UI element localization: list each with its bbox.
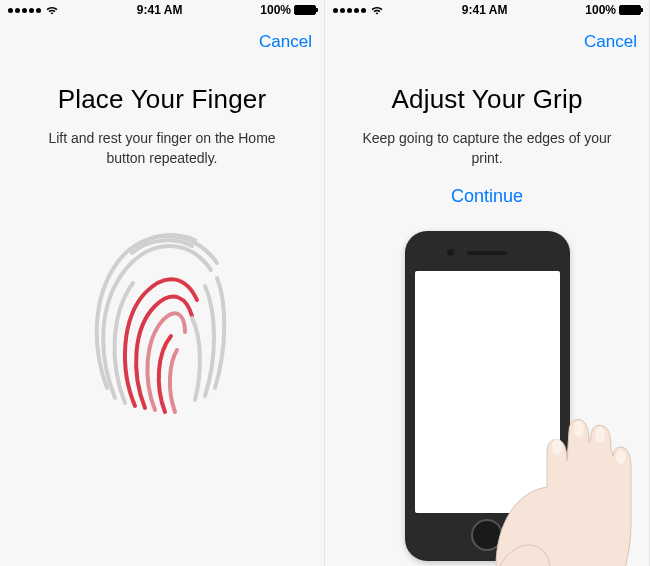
battery-percent: 100%	[260, 3, 291, 17]
status-bar: 9:41 AM 100%	[325, 0, 649, 20]
signal-strength-icon	[333, 8, 366, 13]
page-title: Adjust Your Grip	[345, 84, 629, 115]
signal-strength-icon	[8, 8, 41, 13]
status-right: 100%	[260, 3, 316, 17]
status-bar: 9:41 AM 100%	[0, 0, 324, 20]
continue-button[interactable]: Continue	[451, 186, 523, 207]
iphone-body	[405, 231, 570, 561]
cancel-button[interactable]: Cancel	[584, 32, 637, 52]
svg-point-3	[616, 450, 626, 464]
wifi-icon	[370, 3, 384, 18]
page-subtitle: Lift and rest your finger on the Home bu…	[20, 129, 304, 168]
touchid-setup-step2: 9:41 AM 100% Cancel Adjust Your Grip Kee…	[325, 0, 650, 566]
status-time: 9:41 AM	[137, 3, 183, 17]
battery-icon	[294, 5, 316, 15]
battery-percent: 100%	[585, 3, 616, 17]
wifi-icon	[45, 3, 59, 18]
nav-bar: Cancel	[325, 20, 649, 64]
touchid-setup-step1: 9:41 AM 100% Cancel Place Your Finger Li…	[0, 0, 325, 566]
iphone-screen	[415, 271, 560, 513]
cancel-button[interactable]: Cancel	[259, 32, 312, 52]
iphone-home-button-icon	[471, 519, 503, 551]
iphone-speaker-icon	[467, 251, 507, 255]
content-area: Adjust Your Grip Keep going to capture t…	[325, 64, 649, 561]
page-title: Place Your Finger	[20, 84, 304, 115]
status-right: 100%	[585, 3, 641, 17]
status-left	[8, 3, 59, 18]
fingerprint-icon	[77, 208, 247, 428]
fingerprint-illustration	[20, 208, 304, 428]
page-subtitle: Keep going to capture the edges of your …	[345, 129, 629, 168]
content-area: Place Your Finger Lift and rest your fin…	[0, 64, 324, 428]
status-left	[333, 3, 384, 18]
status-time: 9:41 AM	[462, 3, 508, 17]
iphone-camera-icon	[447, 249, 454, 256]
svg-point-1	[574, 421, 584, 437]
svg-point-2	[595, 427, 605, 443]
nav-bar: Cancel	[0, 20, 324, 64]
battery-icon	[619, 5, 641, 15]
phone-illustration	[345, 231, 629, 561]
